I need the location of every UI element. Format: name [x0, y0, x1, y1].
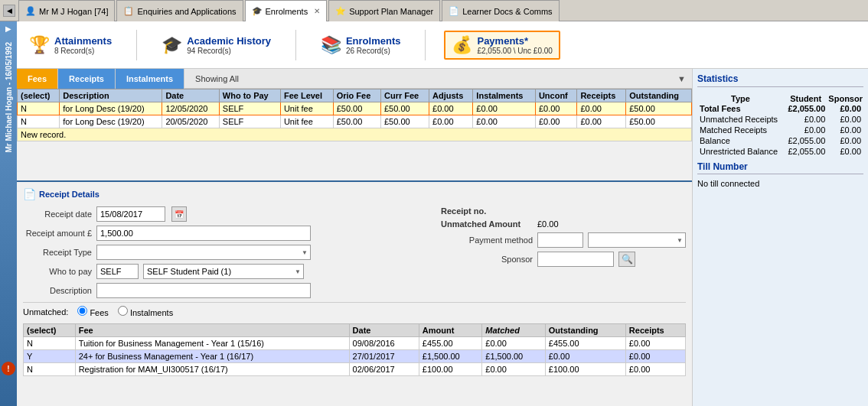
whopay-desc-select[interactable]: SELF Student Paid (1) — [143, 264, 304, 279]
stats-matched-label: Matched Receipts — [697, 125, 784, 135]
payments-sub: £2,055.00 \ Unc £0.00 — [477, 47, 552, 55]
attainments-sub: 8 Record(s) — [54, 47, 112, 55]
col-date: Date — [162, 89, 219, 102]
tab-support[interactable]: ⭐ Support Plan Manager — [328, 0, 440, 21]
radio-instalments[interactable] — [118, 306, 128, 316]
tab-enrolments[interactable]: 🎓 Enrolments ✕ — [245, 0, 328, 21]
bt-r3-date: 02/06/2017 — [349, 363, 419, 376]
receipt-amount-label: Receipt amount £ — [23, 229, 92, 238]
fees-tab-instalments[interactable]: Instalments — [116, 69, 184, 89]
row1-curr: £50.00 — [380, 102, 429, 115]
stats-row-unrestricted: Unrestricted Balance £2,055.00 £0.00 — [697, 146, 863, 157]
row2-level: Unit fee — [280, 115, 333, 128]
nav-payments[interactable]: 💰 Payments* £2,055.00 \ Unc £0.00 — [444, 31, 560, 60]
bt-r2-date: 27/01/2017 — [349, 350, 419, 363]
bt-r1-fee: Tuition for Business Management - Year 1… — [75, 337, 349, 350]
btcol-matched: Matched — [482, 324, 546, 337]
tab-docs[interactable]: 📄 Learner Docs & Comms — [442, 0, 559, 21]
row2-desc: for Long Desc (19/20) — [60, 115, 162, 128]
row1-receipts: £0.00 — [577, 102, 626, 115]
academic-title: Academic History — [187, 35, 271, 47]
row1-who: SELF — [219, 102, 280, 115]
tab-enquiries[interactable]: 📋 Enquiries and Applications — [116, 0, 243, 21]
bt-r3-fee: Registration for MAM_UI300517 (16/17) — [75, 363, 349, 376]
col-adj: Adjusts — [429, 89, 473, 102]
table-row[interactable]: N for Long Desc (19/20) 20/05/2020 SELF … — [18, 115, 692, 128]
enrolments-nav-sub: 26 Record(s) — [346, 47, 401, 55]
col-receipts: Receipts — [577, 89, 626, 102]
fees-collapse-arrow[interactable]: ▼ — [671, 71, 692, 86]
radio-instalments-text: Instalments — [130, 308, 173, 317]
payment-method-input[interactable] — [537, 232, 583, 248]
receipt-type-label: Receipt Type — [23, 248, 92, 257]
receipt-date-label: Receipt date — [23, 209, 92, 219]
stats-balance-label: Balance — [697, 135, 784, 146]
attainments-icon: 🏆 — [29, 35, 50, 55]
calendar-button[interactable]: 📅 — [171, 206, 187, 222]
support-tab-icon: ⭐ — [335, 6, 346, 16]
bt-r2-outstanding: £0.00 — [545, 350, 625, 363]
row1-orio: £50.00 — [333, 102, 380, 115]
unmatched-bar: Unmatched: Fees Instalments — [23, 302, 686, 320]
stats-row-totalfees: Total Fees £2,055.00 £0.00 — [697, 103, 863, 114]
tab-enrolments-label: Enrolments — [266, 7, 308, 16]
row2-orio: £50.00 — [333, 115, 380, 128]
bt-r1-amount: £455.00 — [419, 337, 482, 350]
receipt-date-input[interactable] — [96, 206, 165, 222]
sponsor-input[interactable] — [537, 252, 614, 267]
radio-fees-label[interactable]: Fees — [77, 306, 109, 317]
stats-balance-student: £2,055.00 — [784, 135, 827, 146]
tab-student[interactable]: 👤 Mr M J Hogan [74] — [18, 0, 115, 21]
row2-receipts: £0.00 — [577, 115, 626, 128]
bt-r3-amount: £100.00 — [419, 363, 482, 376]
receipt-type-select[interactable] — [96, 245, 311, 260]
receipt-details-area: 📄 Receipt Details Receipt date 📅 — [17, 180, 692, 382]
row2-adj: £0.00 — [429, 115, 473, 128]
new-record-label: New record. — [18, 128, 692, 141]
stats-matched-student: £0.00 — [784, 125, 827, 135]
row2-date: 20/05/2020 — [162, 115, 219, 128]
col-who: Who to Pay — [219, 89, 280, 102]
bt-r3-select: N — [24, 363, 76, 376]
desc-input[interactable] — [96, 283, 311, 298]
desc-label: Description — [23, 286, 92, 295]
fees-tab-receipts[interactable]: Receipts — [58, 69, 116, 89]
radio-instalments-label[interactable]: Instalments — [118, 306, 173, 317]
fees-table: (select) Description Date Who to Pay Fee… — [17, 89, 692, 141]
student-tab-icon: 👤 — [25, 6, 36, 16]
table-row[interactable]: N Tuition for Business Management - Year… — [24, 337, 686, 350]
stats-row-unmatched: Unmatched Receipts £0.00 £0.00 — [697, 114, 863, 125]
col-unconf: Unconf — [535, 89, 577, 102]
stats-totalfees-label: Total Fees — [697, 103, 784, 114]
stats-col-student: Student — [784, 94, 827, 103]
payments-title: Payments* — [477, 35, 552, 47]
enrolments-nav-title: Enrolments — [346, 35, 401, 47]
col-outstanding: Outstanding — [626, 89, 692, 102]
nav-enrolments[interactable]: 📚 Enrolments 26 Record(s) — [315, 32, 407, 58]
sidebar-collapse-btn[interactable]: ▶ — [5, 21, 11, 36]
btcol-select: (select) — [24, 324, 76, 337]
receipt-amount-input[interactable] — [96, 226, 311, 241]
nav-academic[interactable]: 🎓 Academic History 94 Record(s) — [155, 32, 277, 58]
radio-fees[interactable] — [77, 306, 87, 316]
row1-inst: £0.00 — [473, 102, 536, 115]
bt-r1-matched: £0.00 — [482, 337, 546, 350]
table-row[interactable]: N for Long Desc (19/20) 12/05/2020 SELF … — [18, 102, 692, 115]
tab-enrolments-close[interactable]: ✕ — [314, 7, 320, 15]
whopay-input[interactable] — [96, 264, 139, 279]
bt-r3-receipts: £0.00 — [625, 363, 685, 376]
receipt-details-header: 📄 Receipt Details — [23, 188, 686, 200]
bt-r3-matched: £0.00 — [482, 363, 546, 376]
payment-method-select[interactable] — [588, 232, 686, 248]
sponsor-search-btn[interactable]: 🔍 — [618, 252, 635, 267]
table-row[interactable]: N Registration for MAM_UI300517 (16/17) … — [24, 363, 686, 376]
col-orio: Orio Fee — [333, 89, 380, 102]
bt-r2-fee: 24+ for Business Management - Year 1 (16… — [75, 350, 349, 363]
left-sidebar: ▶ Mr Michael Hogan - 16/05/1992 ! — [0, 21, 17, 406]
nav-strip: 🏆 Attainments 8 Record(s) 🎓 Academic His… — [17, 21, 868, 69]
nav-back-button[interactable]: ◀ — [3, 5, 15, 17]
fees-tab-fees[interactable]: Fees — [17, 69, 58, 89]
stats-unmatched-student: £0.00 — [784, 114, 827, 125]
table-row[interactable]: Y 24+ for Business Management - Year 1 (… — [24, 350, 686, 363]
nav-attainments[interactable]: 🏆 Attainments 8 Record(s) — [23, 32, 118, 58]
